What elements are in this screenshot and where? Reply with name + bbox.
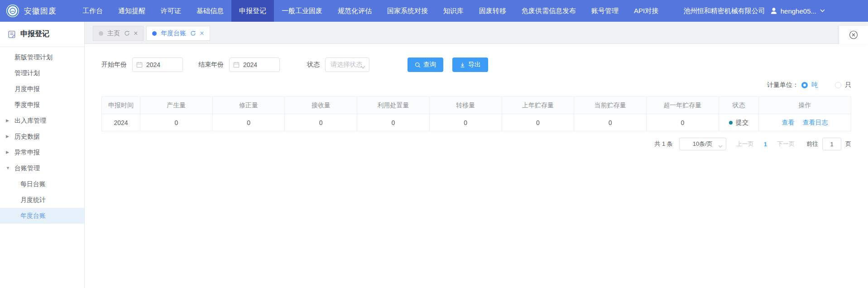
pagination-total: 共 1 条 [654, 140, 672, 148]
status-label: 状态 [307, 61, 320, 69]
sidebar-item-new-management-plan[interactable]: 新版管理计划 [0, 49, 84, 65]
app-logo-icon [6, 4, 19, 18]
status-select[interactable]: 请选择状态 [325, 58, 369, 72]
calendar-icon [136, 62, 143, 69]
view-log-link[interactable]: 查看日志 [802, 119, 828, 126]
circle-close-icon [849, 30, 858, 39]
cell-generated: 0 [140, 114, 212, 131]
chevron-down-icon [360, 63, 365, 71]
sidebar-item-ledger-management[interactable]: ▼台账管理 [0, 160, 84, 176]
col-current-storage: 当前贮存量 [574, 97, 647, 114]
username[interactable]: henghe05... [781, 7, 816, 15]
cell-transferred: 0 [429, 114, 502, 131]
user-area: 池州恒和精密机械有限公司 henghe05... [684, 7, 825, 15]
refresh-icon[interactable] [124, 30, 130, 36]
radio-selected-icon [801, 82, 808, 88]
nav-item-license[interactable]: 许可证 [153, 0, 189, 22]
current-page[interactable]: 1 [764, 141, 767, 148]
refresh-icon[interactable] [190, 30, 196, 36]
sidebar-item-management-plan[interactable]: 管理计划 [0, 65, 84, 81]
status-dot-icon [729, 121, 733, 125]
topbar: 安徽固废 工作台 通知提醒 许可证 基础信息 申报登记 一般工业固废 规范化评估… [0, 0, 868, 22]
nav-item-hazwaste-supply-demand[interactable]: 危废供需信息发布 [514, 0, 584, 22]
sidebar-item-label: 异常申报 [14, 149, 40, 156]
goto-page-input[interactable] [822, 138, 841, 150]
page-content: 开始年份 结束年份 [85, 44, 868, 288]
nav-item-waste-transfer[interactable]: 固废转移 [471, 0, 514, 22]
tab-annual-ledger[interactable]: 年度台账 × [146, 26, 210, 41]
unit-radio-ton[interactable]: 吨 [801, 81, 818, 89]
sidebar-item-monthly-declaration[interactable]: 月度申报 [0, 81, 84, 97]
download-icon [460, 62, 465, 68]
nav-item-notifications[interactable]: 通知提醒 [110, 0, 153, 22]
table-header-row: 申报时间 产生量 修正量 接收量 利用处置量 转移量 上年贮存量 当前贮存量 超… [102, 97, 851, 114]
col-generated-amount: 产生量 [140, 97, 212, 114]
nav-item-standardization-assessment[interactable]: 规范化评估 [330, 0, 379, 22]
tab-label: 主页 [107, 29, 120, 38]
col-utilized-disposed-amount: 利用处置量 [357, 97, 430, 114]
tab-status-dot [99, 31, 103, 36]
search-button[interactable]: 查询 [408, 58, 443, 72]
next-page-button[interactable]: 下一页 [777, 140, 795, 148]
search-button-label: 查询 [423, 61, 436, 69]
sidebar-title: 申报登记 [0, 22, 84, 47]
nav-item-knowledge-base[interactable]: 知识库 [436, 0, 471, 22]
user-icon [770, 7, 778, 15]
end-year-group: 结束年份 [198, 58, 280, 72]
sidebar-title-text: 申报登记 [20, 29, 49, 39]
nav-item-general-industrial-waste[interactable]: 一般工业固废 [274, 0, 330, 22]
export-button-label: 导出 [468, 61, 481, 69]
col-operations: 操作 [759, 97, 851, 114]
sidebar: 申报登记 新版管理计划 管理计划 月度申报 季度申报 ▶出入库管理 ▶历史数据 … [0, 22, 85, 288]
sidebar-menu: 新版管理计划 管理计划 月度申报 季度申报 ▶出入库管理 ▶历史数据 ▶异常申报… [0, 47, 84, 224]
nav-item-basic-info[interactable]: 基础信息 [189, 0, 231, 22]
chevron-down-icon[interactable] [820, 9, 825, 13]
col-over-one-year-storage: 超一年贮存量 [646, 97, 719, 114]
chevron-down-icon [718, 143, 723, 149]
tab-label: 年度台账 [161, 29, 186, 38]
col-status: 状态 [719, 97, 758, 114]
filter-actions: 查询 导出 [408, 58, 488, 72]
cell-operations: 查看 查看日志 [759, 114, 851, 131]
cell-year: 2024 [102, 114, 140, 131]
annual-ledger-table: 申报时间 产生量 修正量 接收量 利用处置量 转移量 上年贮存量 当前贮存量 超… [101, 96, 851, 131]
end-year-field[interactable] [229, 58, 280, 72]
cell-last-year-storage: 0 [502, 114, 574, 131]
sidebar-item-warehouse-management[interactable]: ▶出入库管理 [0, 113, 84, 129]
sidebar-item-annual-ledger[interactable]: 年度台账 [0, 208, 84, 224]
main-area: 主页 × 年度台账 × [85, 22, 868, 288]
sidebar-item-label: 台账管理 [14, 164, 40, 172]
cell-received: 0 [285, 114, 357, 131]
page-size-select[interactable]: 10条/页 [679, 138, 726, 150]
col-declaration-time: 申报时间 [102, 97, 140, 114]
sidebar-item-monthly-statistics[interactable]: 月度统计 [0, 192, 84, 208]
sidebar-item-quarterly-declaration[interactable]: 季度申报 [0, 97, 84, 113]
nav-item-api-integration[interactable]: API对接 [626, 0, 666, 22]
nav-item-workbench[interactable]: 工作台 [75, 0, 110, 22]
nav-item-declaration[interactable]: 申报登记 [231, 0, 274, 22]
export-button[interactable]: 导出 [452, 58, 488, 72]
close-all-tabs-button[interactable] [839, 26, 868, 44]
status-select-placeholder: 请选择状态 [331, 61, 362, 69]
page-size-value: 10条/页 [693, 140, 713, 148]
tab-strip: 主页 × 年度台账 × [85, 22, 868, 44]
close-icon[interactable]: × [134, 30, 138, 37]
sidebar-item-daily-ledger[interactable]: 每日台账 [0, 176, 84, 192]
app-shell: 申报登记 新版管理计划 管理计划 月度申报 季度申报 ▶出入库管理 ▶历史数据 … [0, 22, 868, 288]
chevron-right-icon: ▶ [6, 144, 9, 160]
unit-radio-piece[interactable]: 只 [835, 81, 851, 89]
close-icon[interactable]: × [200, 30, 204, 37]
tab-home[interactable]: 主页 × [93, 26, 144, 41]
sidebar-item-abnormal-declaration[interactable]: ▶异常申报 [0, 144, 84, 160]
chevron-down-icon: ▼ [6, 160, 10, 176]
cell-corrected: 0 [212, 114, 285, 131]
company-name: 池州恒和精密机械有限公司 [684, 7, 765, 15]
start-year-field[interactable] [132, 58, 183, 72]
view-link[interactable]: 查看 [782, 119, 795, 126]
status-filter-group: 状态 请选择状态 [307, 58, 369, 72]
nav-item-account-management[interactable]: 账号管理 [584, 0, 626, 22]
nav-item-national-system-integration[interactable]: 国家系统对接 [379, 0, 436, 22]
sidebar-item-historical-data[interactable]: ▶历史数据 [0, 129, 84, 144]
prev-page-button[interactable]: 上一页 [736, 140, 754, 148]
start-year-label: 开始年份 [101, 61, 127, 69]
